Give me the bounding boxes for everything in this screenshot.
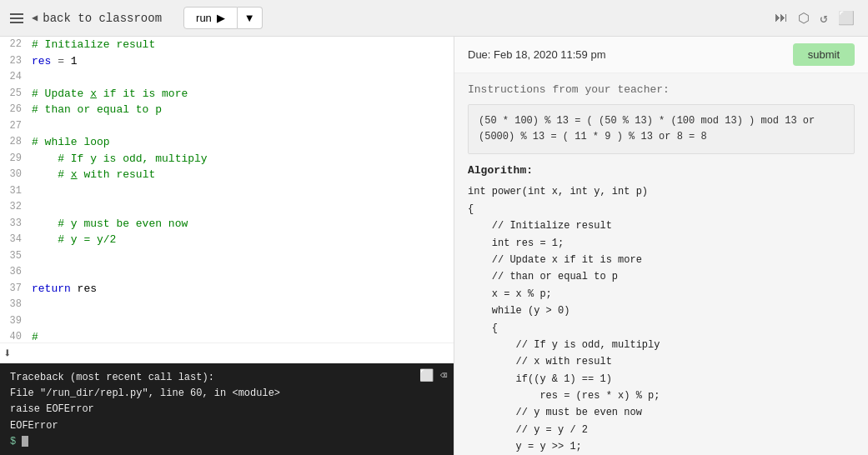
- terminal-clear-icon[interactable]: ⌫: [440, 368, 447, 382]
- back-to-classroom-link[interactable]: back to classroom: [43, 12, 162, 25]
- table-row: 26 # than or equal to p: [0, 102, 454, 118]
- back-arrow-icon[interactable]: ◀: [32, 12, 38, 24]
- table-row: 34 # y = y/2: [0, 232, 454, 248]
- right-panel: Due: Feb 18, 2020 11:59 pm submit Instru…: [454, 37, 868, 455]
- table-row: 35: [0, 248, 454, 265]
- table-row: 22 # Initialize result: [0, 37, 454, 53]
- terminal-line-4: EOFError: [10, 418, 444, 434]
- table-row: 33 # y must be even now: [0, 216, 454, 232]
- refresh-icon[interactable]: ↺: [820, 10, 828, 27]
- terminal-output: Traceback (most recent call last): File …: [10, 370, 444, 450]
- table-row: 32: [0, 199, 454, 216]
- table-row: 23 res = 1: [0, 53, 454, 70]
- table-row: 24: [0, 69, 454, 86]
- terminal-panel: ⬜ ⌫ Traceback (most recent call last): F…: [0, 363, 454, 455]
- table-row: 27: [0, 118, 454, 135]
- step-forward-icon[interactable]: ⏭: [775, 10, 788, 26]
- table-row: 28 # while loop: [0, 134, 454, 151]
- due-header: Due: Feb 18, 2020 11:59 pm submit: [454, 37, 868, 73]
- instructions-body: Instructions from your teacher: (50 * 10…: [454, 73, 868, 455]
- terminal-cursor: [22, 436, 28, 447]
- terminal-prompt: $: [10, 436, 22, 448]
- run-label: run: [196, 12, 212, 24]
- example-code-block: (50 * 100) % 13 = ( (50 % 13) * (100 mod…: [468, 104, 855, 154]
- editor-panel: 22 # Initialize result 23 res = 1 24 25 …: [0, 37, 454, 455]
- submit-button[interactable]: submit: [793, 43, 855, 66]
- table-row: 39: [0, 313, 454, 330]
- cube-icon[interactable]: ⬡: [798, 10, 810, 27]
- terminal-line-2: File "/run_dir/repl.py", line 60, in <mo…: [10, 386, 444, 402]
- table-row: 40 #: [0, 329, 454, 342]
- run-dropdown-button[interactable]: ▼: [238, 7, 263, 29]
- algorithm-label: Algorithm:: [468, 164, 855, 177]
- run-play-icon: ▶: [217, 12, 225, 24]
- due-date: Due: Feb 18, 2020 11:59 pm: [468, 48, 606, 61]
- terminal-line-3: raise EOFError: [10, 402, 444, 418]
- toolbar-left: ◀ back to classroom run ▶ ▼: [7, 7, 768, 29]
- download-icon[interactable]: ⬇: [3, 345, 12, 362]
- table-row: 29 # If y is odd, multiply: [0, 151, 454, 168]
- instructions-label: Instructions from your teacher:: [468, 83, 855, 96]
- code-editor[interactable]: 22 # Initialize result 23 res = 1 24 25 …: [0, 37, 454, 342]
- toolbar: ◀ back to classroom run ▶ ▼ ⏭ ⬡ ↺ ⬜: [0, 0, 868, 37]
- terminal-expand-icon[interactable]: ⬜: [419, 368, 434, 382]
- main-content: 22 # Initialize result 23 res = 1 24 25 …: [0, 37, 868, 455]
- terminal-line-1: Traceback (most recent call last):: [10, 370, 444, 386]
- table-row: 25 # Update x if it is more: [0, 86, 454, 102]
- dropdown-arrow-icon: ▼: [244, 12, 255, 24]
- download-area[interactable]: ⬇: [0, 342, 454, 363]
- table-row: 31: [0, 183, 454, 200]
- terminal-toolbar: ⬜ ⌫: [419, 368, 447, 382]
- run-button[interactable]: run ▶: [183, 7, 238, 29]
- table-row: 38: [0, 297, 454, 313]
- stop-icon[interactable]: ⬜: [838, 10, 855, 27]
- table-row: 37 return res: [0, 281, 454, 298]
- algorithm-code: int power(int x, int y, int p) { // Init…: [468, 183, 855, 455]
- table-row: 36: [0, 264, 454, 281]
- hamburger-icon[interactable]: [7, 10, 27, 27]
- table-row: 30 # x with result: [0, 167, 454, 183]
- toolbar-icons: ⏭ ⬡ ↺ ⬜: [775, 10, 861, 27]
- terminal-prompt-line: $: [10, 434, 444, 450]
